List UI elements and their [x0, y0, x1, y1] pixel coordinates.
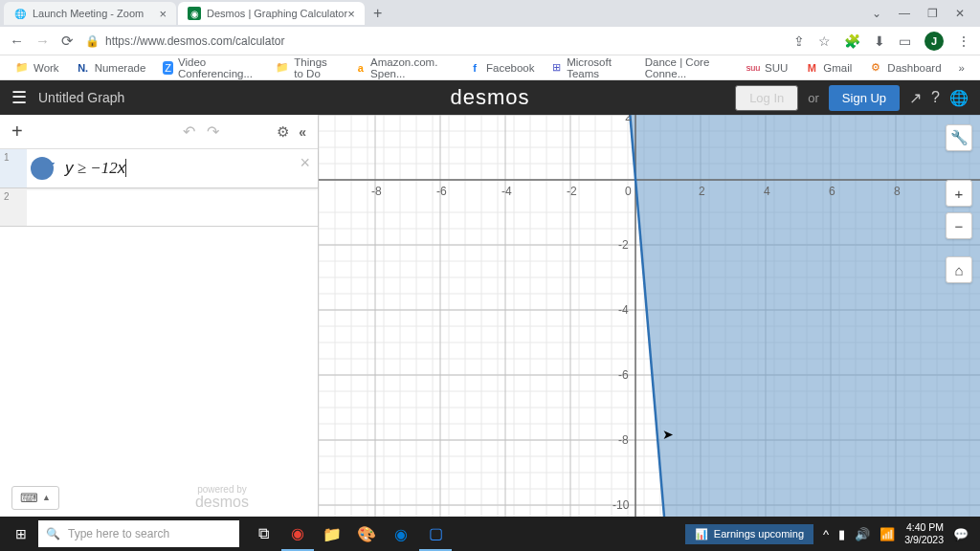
login-button[interactable]: Log In	[735, 85, 798, 111]
clock[interactable]: 4:40 PM 3/9/2023	[904, 521, 944, 545]
zoom-taskbar-icon[interactable]: ▢	[419, 517, 452, 551]
browser-tab-zoom[interactable]: 🌐 Launch Meeting - Zoom ×	[4, 2, 176, 25]
delete-expression-icon[interactable]: ×	[300, 153, 310, 173]
profile-avatar[interactable]: J	[924, 32, 944, 51]
share-icon[interactable]: ↗	[909, 89, 922, 107]
edge-taskbar-icon[interactable]: ◉	[385, 517, 417, 551]
bookmarks-overflow[interactable]: »	[959, 62, 965, 74]
close-window-icon[interactable]: ✕	[955, 7, 965, 20]
share-icon[interactable]: ⇪	[793, 33, 805, 49]
home-button[interactable]: ⌂	[946, 256, 972, 283]
hamburger-icon[interactable]: ☰	[11, 87, 27, 108]
wrench-button[interactable]: 🔧	[946, 124, 972, 151]
keyboard-toggle-button[interactable]: ⌨ ▲	[11, 486, 59, 510]
close-icon[interactable]: ×	[347, 7, 355, 21]
language-icon[interactable]: 🌐	[949, 89, 969, 107]
zoom-out-button[interactable]: −	[946, 212, 972, 239]
reload-button[interactable]: ⟳	[61, 33, 74, 50]
gmail-icon: M	[805, 61, 818, 75]
forward-button[interactable]: →	[35, 33, 50, 49]
bookmark-amazon[interactable]: aAmazon.com. Spen...	[355, 56, 451, 79]
chrome-taskbar-icon[interactable]: ◉	[281, 517, 314, 551]
desmos-favicon-icon: ◉	[188, 7, 201, 20]
signup-button[interactable]: Sign Up	[829, 85, 900, 111]
y-tick: 2	[625, 115, 632, 123]
battery-icon[interactable]: ▮	[838, 527, 845, 541]
maximize-icon[interactable]: ❐	[927, 7, 938, 20]
expression-row-1[interactable]: 1 y ≥ −12x ×	[0, 149, 318, 188]
collapse-sidebar-button[interactable]: «	[299, 124, 306, 140]
app-taskbar-icon[interactable]: 🎨	[350, 517, 383, 551]
y-tick: -4	[618, 303, 629, 317]
graph-canvas[interactable]: -8 -6 -4 -2 0 2 4 6 8 2 -2 -4 -6 -8 -10 …	[319, 115, 980, 517]
x-tick: 0	[625, 185, 632, 198]
download-icon[interactable]: ⬇	[874, 33, 885, 49]
x-tick: 4	[764, 185, 770, 198]
browser-tab-desmos[interactable]: ◉ Desmos | Graphing Calculator ×	[178, 2, 365, 25]
taskbar-search[interactable]: 🔍 Type here to search	[38, 520, 239, 547]
facebook-icon: f	[468, 61, 481, 75]
extensions-icon[interactable]: 🧩	[844, 33, 860, 49]
settings-icon[interactable]: ⚙	[277, 123, 289, 141]
tray-overflow-icon[interactable]: ^	[823, 527, 829, 541]
expression-number: 2	[0, 188, 27, 226]
y-tick: -10	[612, 498, 630, 512]
bookmark-video-conf[interactable]: ZVideo Conferencing...	[163, 56, 258, 79]
lock-icon: 🔒	[85, 34, 100, 48]
sidebar-footer: ⌨ ▲ powered by desmos	[0, 478, 318, 517]
tab-title: Desmos | Graphing Calculator	[207, 8, 347, 19]
volume-icon[interactable]: 🔊	[855, 527, 870, 541]
help-icon[interactable]: ?	[931, 89, 940, 106]
minimize-icon[interactable]: —	[899, 7, 910, 20]
zoom-icon: Z	[163, 61, 173, 75]
bookmark-facebook[interactable]: fFacebook	[468, 61, 535, 75]
expression-sidebar: + ↶ ↷ ⚙ « 1 y ≥ −12x × 2 ⌨ ▲ powered by …	[0, 115, 319, 517]
earnings-widget[interactable]: 📊 Earnings upcoming	[685, 524, 813, 544]
window-controls: ⌄ — ❐ ✕	[872, 7, 976, 20]
windows-taskbar: ⊞ 🔍 Type here to search ⧉ ◉ 📁 🎨 ◉ ▢ 📊 Ea…	[0, 517, 980, 551]
x-tick: 6	[829, 185, 835, 198]
x-tick: -6	[436, 185, 447, 198]
bookmark-numerade[interactable]: N.Numerade	[77, 61, 146, 75]
expression-color-icon[interactable]	[31, 157, 54, 180]
bookmark-suu[interactable]: suuSUU	[746, 61, 788, 75]
star-icon[interactable]: ☆	[818, 33, 831, 49]
graph-tools: 🔧 + − ⌂	[946, 124, 972, 283]
reading-list-icon[interactable]: ▭	[899, 33, 911, 49]
bookmark-teams[interactable]: ⊞Microsoft Teams	[552, 56, 628, 79]
bookmark-dashboard[interactable]: ⚙Dashboard	[869, 61, 941, 75]
expression-input[interactable]: y ≥ −12x	[57, 149, 318, 187]
close-icon[interactable]: ×	[159, 7, 167, 21]
redo-button[interactable]: ↷	[207, 122, 219, 141]
chart-icon: 📊	[695, 528, 708, 540]
x-tick: -8	[371, 185, 382, 198]
desmos-header: ☰ Untitled Graph desmos Log In or Sign U…	[0, 80, 980, 115]
expression-row-2[interactable]: 2	[0, 188, 318, 227]
globe-icon: 🌐	[13, 7, 27, 20]
url-text: https://www.desmos.com/calculator	[105, 34, 284, 48]
task-view-button[interactable]: ⧉	[247, 517, 279, 551]
menu-icon[interactable]: ⋮	[957, 33, 970, 49]
zoom-in-button[interactable]: +	[946, 180, 972, 207]
bookmark-work[interactable]: 📁Work	[15, 61, 59, 75]
bookmark-dance[interactable]: Dance | Core Conne...	[645, 56, 729, 79]
bookmark-things[interactable]: 📁Things to Do	[276, 56, 338, 79]
y-tick: -8	[618, 433, 629, 447]
back-button[interactable]: ←	[10, 33, 24, 49]
graph-title[interactable]: Untitled Graph	[38, 90, 124, 105]
url-input[interactable]: 🔒 https://www.desmos.com/calculator	[85, 34, 782, 48]
undo-button[interactable]: ↶	[183, 122, 195, 141]
explorer-taskbar-icon[interactable]: 📁	[316, 517, 348, 551]
add-expression-button[interactable]: +	[11, 121, 23, 143]
search-icon: 🔍	[46, 527, 60, 540]
start-button[interactable]: ⊞	[4, 517, 38, 551]
bookmark-gmail[interactable]: MGmail	[805, 61, 852, 75]
new-tab-button[interactable]: +	[367, 2, 390, 25]
y-tick: -2	[618, 238, 629, 252]
graph-svg: -8 -6 -4 -2 0 2 4 6 8 2 -2 -4 -6 -8 -10	[319, 115, 980, 517]
x-tick: 2	[699, 185, 705, 198]
network-icon[interactable]: 📶	[880, 527, 895, 541]
chevron-down-icon[interactable]: ⌄	[872, 7, 881, 20]
notifications-icon[interactable]: 💬	[953, 527, 969, 541]
expression-number: 1	[0, 149, 27, 187]
